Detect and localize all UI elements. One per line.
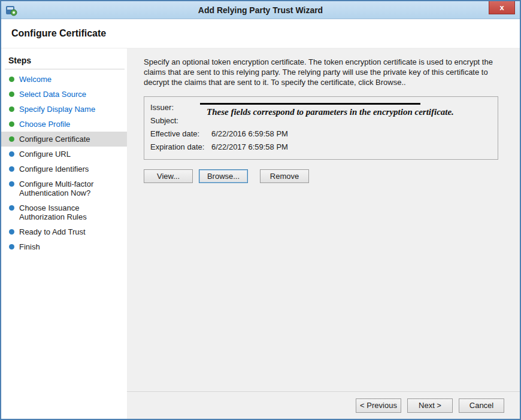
- page-header: Configure Certificate: [1, 19, 520, 48]
- remove-button[interactable]: Remove: [260, 169, 309, 183]
- certificate-field-row: Effective date:6/22/2016 6:59:58 PM: [150, 127, 492, 141]
- step-status-dot: [9, 166, 14, 172]
- step-status-dot: [9, 136, 14, 142]
- steps-list: WelcomeSelect Data SourceSpecify Display…: [1, 72, 127, 254]
- step-status-dot: [9, 92, 14, 97]
- step-item-configure-certificate: Configure Certificate: [1, 132, 127, 147]
- browse-button[interactable]: Browse...: [199, 169, 248, 183]
- step-status-dot: [9, 244, 14, 249]
- step-item-choose-profile[interactable]: Choose Profile: [1, 117, 127, 132]
- next-button[interactable]: Next >: [407, 398, 453, 413]
- step-label: Choose Issuance Authorization Rules: [19, 203, 121, 221]
- step-label: Specify Display Name: [19, 105, 95, 114]
- step-item-welcome[interactable]: Welcome: [1, 72, 127, 87]
- step-status-dot: [9, 229, 14, 235]
- step-label: Welcome: [19, 75, 52, 84]
- wizard-footer: < Previous Next > Cancel: [127, 391, 520, 419]
- step-item-ready-to-add-trust: Ready to Add Trust: [1, 224, 127, 239]
- close-button[interactable]: x: [489, 1, 515, 14]
- titlebar[interactable]: Add Relying Party Trust Wizard x: [1, 1, 520, 19]
- wizard-window: Add Relying Party Trust Wizard x Configu…: [0, 0, 521, 420]
- page-title: Configure Certificate: [11, 28, 106, 39]
- step-status-dot: [9, 106, 14, 112]
- step-status-dot: [9, 205, 14, 211]
- adfs-wizard-icon: [5, 4, 17, 16]
- step-label: Configure URL: [19, 150, 71, 159]
- step-label: Configure Certificate: [19, 135, 90, 144]
- step-item-configure-url: Configure URL: [1, 147, 127, 162]
- step-item-finish: Finish: [1, 239, 127, 254]
- steps-sidebar: Steps WelcomeSelect Data SourceSpecify D…: [1, 48, 127, 419]
- step-label: Configure Multi-factor Authentication No…: [19, 179, 121, 197]
- window-title: Add Relying Party Trust Wizard: [1, 5, 520, 15]
- steps-divider: [5, 69, 125, 69]
- step-item-choose-issuance-authorization-rules: Choose Issuance Authorization Rules: [1, 200, 127, 224]
- main-column: Specify an optional token encryption cer…: [127, 48, 520, 419]
- certificate-box: Issuer:Subject:Effective date:6/22/2016 …: [144, 96, 498, 160]
- step-item-specify-display-name[interactable]: Specify Display Name: [1, 102, 127, 117]
- certificate-field-label: Subject:: [150, 116, 211, 125]
- certificate-actions: View... Browse... Remove: [144, 169, 496, 183]
- step-status-dot: [9, 181, 14, 187]
- step-status-dot: [9, 151, 14, 157]
- previous-button[interactable]: < Previous: [356, 398, 401, 413]
- step-status-dot: [9, 121, 14, 127]
- step-label: Choose Profile: [19, 120, 70, 129]
- certificate-field-label: Expiration date:: [150, 142, 211, 151]
- content-area: Specify an optional token encryption cer…: [127, 48, 520, 391]
- step-item-configure-identifiers: Configure Identifiers: [1, 162, 127, 176]
- step-label: Configure Identifiers: [19, 165, 89, 174]
- redaction-bar: [200, 103, 420, 105]
- step-status-dot: [9, 77, 14, 82]
- step-item-select-data-source[interactable]: Select Data Source: [1, 87, 127, 102]
- steps-heading: Steps: [1, 53, 127, 69]
- certificate-field-label: Effective date:: [150, 129, 211, 138]
- step-label: Select Data Source: [19, 90, 86, 99]
- step-item-configure-multi-factor-authentication-now: Configure Multi-factor Authentication No…: [1, 176, 127, 200]
- step-label: Ready to Add Trust: [19, 227, 86, 236]
- wizard-body: Steps WelcomeSelect Data SourceSpecify D…: [1, 48, 520, 419]
- step-label: Finish: [19, 242, 40, 251]
- annotation-text: These fields correspond to parameters in…: [207, 107, 489, 117]
- cancel-button[interactable]: Cancel: [459, 398, 504, 413]
- certificate-field-value: 6/22/2017 6:59:58 PM: [211, 142, 288, 151]
- instruction-text: Specify an optional token encryption cer…: [144, 57, 496, 87]
- view-button[interactable]: View...: [144, 169, 193, 183]
- certificate-field-value: 6/22/2016 6:59:58 PM: [211, 129, 288, 138]
- certificate-field-row: Expiration date:6/22/2017 6:59:58 PM: [150, 141, 492, 154]
